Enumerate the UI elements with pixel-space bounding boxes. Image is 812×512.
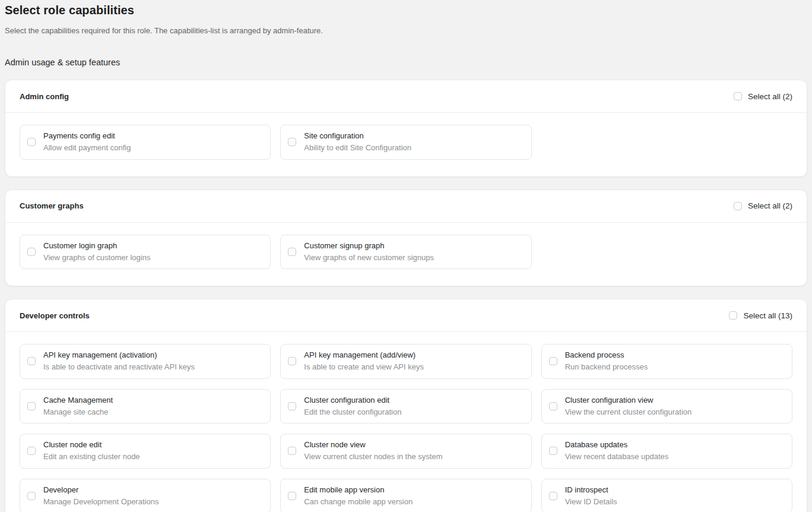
capability-card-cluster-node-edit[interactable]: Cluster node edit Edit an existing clust… (20, 434, 271, 469)
section-title: Developer controls (20, 311, 90, 320)
capability-text: Developer Manage Development Operations (43, 485, 158, 507)
checkbox-icon[interactable] (288, 402, 296, 410)
capability-description: Is able to create and view API keys (304, 362, 424, 372)
capability-description: View graphs of customer logins (43, 253, 150, 263)
section-body: API key management (activation) Is able … (5, 332, 807, 512)
capability-card-database-updates[interactable]: Database updates View recent database up… (541, 434, 792, 469)
capability-card-backend-process[interactable]: Backend process Run backend processes (541, 344, 792, 379)
capability-text: Cluster configuration view View the curr… (565, 396, 692, 418)
capability-text: API key management (add/view) Is able to… (304, 350, 424, 372)
section-body: Payments config edit Allow edit payment … (5, 113, 807, 176)
capability-description: Run backend processes (565, 362, 648, 372)
page-subtitle: Select the capabilities required for thi… (5, 26, 807, 35)
capability-text: Customer login graph View graphs of cust… (43, 241, 150, 263)
section-developer-controls: Developer controls Select all (13) API k… (5, 299, 807, 512)
checkbox-icon[interactable] (288, 492, 296, 500)
capability-description: Can change mobile app version (304, 497, 413, 507)
sections-container: Admin config Select all (2) Payments con… (5, 80, 807, 512)
checkbox-icon[interactable] (288, 248, 296, 256)
checkbox-icon[interactable] (27, 402, 36, 410)
capability-title: Customer login graph (43, 241, 150, 251)
capability-title: Database updates (565, 440, 669, 450)
select-all-admin-config[interactable]: Select all (2) (734, 92, 792, 101)
capability-text: Backend process Run backend processes (565, 350, 648, 372)
capability-card-customer-signup-graph[interactable]: Customer signup graph View graphs of new… (280, 235, 531, 270)
select-all-customer-graphs[interactable]: Select all (2) (734, 201, 792, 210)
capability-title: Developer (43, 485, 158, 495)
capability-card-payments-config-edit[interactable]: Payments config edit Allow edit payment … (20, 125, 271, 160)
checkbox-icon[interactable] (27, 357, 36, 365)
group-heading: Admin usage & setup features (5, 58, 807, 67)
capability-card-api-key-management-activation[interactable]: API key management (activation) Is able … (20, 344, 271, 379)
select-all-label: Select all (2) (748, 201, 792, 210)
checkbox-icon[interactable] (27, 447, 36, 455)
role-capabilities-page: Select role capabilities Select the capa… (0, 0, 812, 512)
capability-description: Allow edit payment config (43, 143, 131, 153)
capability-card-developer[interactable]: Developer Manage Development Operations (20, 479, 271, 512)
capability-text: API key management (activation) Is able … (43, 350, 195, 372)
capability-description: View the current cluster configuration (565, 407, 692, 417)
capability-description: View current cluster nodes in the system (304, 452, 442, 462)
section-header: Customer graphs Select all (2) (5, 190, 807, 223)
capability-description: View graphs of new customer signups (304, 253, 434, 263)
section-body: Customer login graph View graphs of cust… (5, 223, 807, 286)
capability-text: Cluster configuration edit Edit the clus… (304, 396, 401, 418)
checkbox-icon[interactable] (734, 92, 742, 100)
section-title: Admin config (20, 92, 69, 101)
capability-title: Edit mobile app version (304, 485, 413, 495)
capability-description: Is able to deactivate and reactivate API… (43, 362, 195, 372)
checkbox-icon[interactable] (729, 311, 737, 320)
checkbox-icon[interactable] (27, 138, 36, 146)
capability-description: Edit an existing cluster node (43, 452, 140, 462)
section-header: Admin config Select all (2) (5, 80, 807, 113)
capability-text: ID introspect View ID Details (565, 485, 617, 507)
capability-card-site-configuration[interactable]: Site configuration Ability to edit Site … (280, 125, 531, 160)
checkbox-icon[interactable] (288, 447, 296, 455)
capability-title: Payments config edit (43, 131, 131, 141)
checkbox-icon[interactable] (549, 357, 557, 365)
capability-title: API key management (activation) (43, 350, 195, 360)
checkbox-icon[interactable] (734, 202, 742, 210)
capability-card-customer-login-graph[interactable]: Customer login graph View graphs of cust… (20, 235, 271, 270)
capability-text: Customer signup graph View graphs of new… (304, 241, 434, 263)
checkbox-icon[interactable] (549, 447, 557, 455)
checkbox-icon[interactable] (288, 138, 296, 146)
section-title: Customer graphs (20, 201, 84, 210)
capability-text: Cluster node edit Edit an existing clust… (43, 440, 140, 462)
capability-title: Site configuration (304, 131, 411, 141)
checkbox-icon[interactable] (27, 492, 36, 500)
capability-text: Edit mobile app version Can change mobil… (304, 485, 413, 507)
section-customer-graphs: Customer graphs Select all (2) Customer … (5, 189, 807, 287)
capability-card-edit-mobile-app-version[interactable]: Edit mobile app version Can change mobil… (280, 479, 531, 512)
capability-card-cluster-configuration-view[interactable]: Cluster configuration view View the curr… (541, 389, 792, 424)
capability-title: Cluster node view (304, 440, 442, 450)
capability-text: Cache Management Manage site cache (43, 396, 113, 418)
capability-title: Customer signup graph (304, 241, 434, 251)
capability-title: Backend process (565, 350, 648, 360)
checkbox-icon[interactable] (288, 357, 296, 365)
select-all-developer-controls[interactable]: Select all (13) (729, 311, 792, 320)
capability-description: View ID Details (565, 497, 617, 507)
capability-description: Manage Development Operations (43, 497, 158, 507)
section-header: Developer controls Select all (13) (5, 299, 807, 332)
capability-title: Cache Management (43, 396, 113, 405)
capability-card-api-key-management-add-view[interactable]: API key management (add/view) Is able to… (280, 344, 531, 379)
checkbox-icon[interactable] (549, 402, 557, 410)
capability-title: Cluster configuration view (565, 396, 692, 405)
capability-title: Cluster node edit (43, 440, 140, 450)
capability-text: Payments config edit Allow edit payment … (43, 131, 131, 153)
capability-text: Database updates View recent database up… (565, 440, 669, 462)
capability-card-id-introspect[interactable]: ID introspect View ID Details (541, 479, 792, 512)
checkbox-icon[interactable] (27, 248, 36, 256)
capability-text: Site configuration Ability to edit Site … (304, 131, 411, 153)
capability-title: API key management (add/view) (304, 350, 424, 360)
capability-title: Cluster configuration edit (304, 396, 401, 405)
capability-card-cluster-node-view[interactable]: Cluster node view View current cluster n… (280, 434, 531, 469)
select-all-label: Select all (13) (743, 311, 792, 320)
capability-description: Manage site cache (43, 407, 113, 417)
capability-text: Cluster node view View current cluster n… (304, 440, 442, 462)
checkbox-icon[interactable] (549, 492, 557, 500)
capability-description: Edit the cluster configuration (304, 407, 401, 417)
capability-card-cache-management[interactable]: Cache Management Manage site cache (20, 389, 271, 424)
capability-card-cluster-configuration-edit[interactable]: Cluster configuration edit Edit the clus… (280, 389, 531, 424)
